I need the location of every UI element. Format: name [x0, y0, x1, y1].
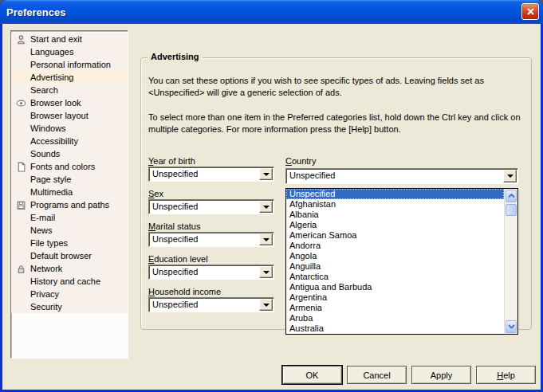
scrollbar-down-button[interactable]: [506, 320, 517, 333]
field-combobox[interactable]: Unspecified: [148, 297, 274, 312]
field-label: Marital status: [148, 221, 274, 232]
country-option[interactable]: Australia: [286, 323, 504, 334]
sidebar-item[interactable]: Advertising: [11, 71, 128, 84]
country-option[interactable]: Algeria: [286, 220, 504, 230]
field-block: Marital status Unspecified: [148, 221, 274, 254]
country-label: Country: [285, 156, 518, 167]
country-option[interactable]: Andorra: [286, 241, 504, 251]
sidebar-item-label: Sounds: [30, 149, 60, 159]
field-block: Sex Unspecified: [148, 189, 274, 221]
sidebar-item[interactable]: File types: [11, 237, 128, 249]
sidebar-item[interactable]: Start and exit: [11, 33, 128, 45]
sidebar-item[interactable]: Fonts and colors: [11, 160, 128, 173]
preferences-dialog: Preferences: [0, 0, 543, 392]
field-combobox[interactable]: Unspecified: [148, 167, 274, 182]
sidebar-item-label: Search: [30, 85, 58, 95]
sidebar-item-label: Security: [30, 302, 62, 312]
sidebar-item[interactable]: Sounds: [11, 147, 128, 160]
field-label: Education level: [148, 254, 274, 265]
sidebar-item[interactable]: Privacy: [11, 288, 128, 300]
chevron-down-icon: [508, 324, 515, 329]
country-list-scrollbar[interactable]: [504, 189, 517, 334]
floppy-icon: [11, 200, 30, 210]
sidebar-item-label: File types: [30, 238, 68, 248]
title-bar[interactable]: Preferences: [0, 0, 543, 24]
sidebar-item-label: Default browser: [30, 251, 92, 261]
sidebar-item[interactable]: Windows: [11, 122, 128, 135]
field-combobox[interactable]: Unspecified: [148, 232, 274, 247]
field-combobox[interactable]: Unspecified: [148, 265, 274, 280]
dialog-button[interactable]: OK: [282, 366, 342, 384]
sidebar-item[interactable]: News: [11, 224, 128, 237]
scrollbar-thumb[interactable]: [506, 204, 517, 216]
window-title: Preferences: [0, 6, 65, 18]
combobox-dropdown-button[interactable]: [259, 201, 273, 213]
combobox-dropdown-button[interactable]: [259, 168, 273, 180]
groupbox-title: Advertising: [148, 52, 203, 61]
dialog-body: Start and exit: [2, 24, 541, 390]
demographic-fields: Year of birth Unspecified Sex Unspecifie…: [148, 156, 274, 319]
country-option[interactable]: American Samoa: [286, 230, 504, 241]
sidebar-item-label: Fonts and colors: [30, 162, 95, 171]
chevron-down-icon: [263, 173, 270, 176]
sidebar-item[interactable]: Languages: [11, 45, 128, 58]
combobox-value: Unspecified: [152, 267, 258, 276]
chevron-down-icon: [263, 206, 270, 209]
lock-icon: [11, 264, 30, 274]
country-option[interactable]: Albania: [286, 210, 504, 220]
combobox-value: Unspecified: [152, 169, 258, 178]
sidebar-item-label: History and cache: [30, 276, 100, 286]
field-label: Sex: [148, 189, 274, 199]
sidebar-item-label: Network: [30, 264, 62, 273]
sidebar-item[interactable]: E-mail: [11, 211, 128, 224]
country-option[interactable]: Afghanistan: [286, 199, 504, 210]
dialog-button[interactable]: Help: [476, 366, 536, 384]
combobox-dropdown-button[interactable]: [259, 233, 273, 245]
combobox-dropdown-button[interactable]: [259, 266, 273, 278]
sidebar-item[interactable]: Multimedia: [11, 186, 128, 198]
sidebar-item[interactable]: Search: [11, 84, 128, 96]
country-combobox-value: Unspecified: [289, 171, 502, 180]
sidebar-item[interactable]: Security: [11, 300, 128, 313]
country-option[interactable]: Angola: [286, 251, 504, 261]
sidebar-item[interactable]: Page style: [11, 173, 128, 186]
close-button[interactable]: [521, 3, 539, 20]
country-option[interactable]: Antarctica: [286, 272, 504, 282]
country-option[interactable]: Argentina: [286, 292, 504, 303]
country-option[interactable]: Armenia: [286, 303, 504, 313]
dialog-button[interactable]: Cancel: [347, 366, 407, 384]
chevron-up-icon: [508, 194, 515, 198]
sidebar-item[interactable]: Programs and paths: [11, 198, 128, 211]
sidebar-item-label: Start and exit: [30, 34, 82, 44]
sidebar-item[interactable]: Personal information: [11, 58, 128, 71]
country-combobox[interactable]: Unspecified: [285, 168, 518, 184]
sidebar-item-label: Windows: [30, 123, 66, 133]
country-option[interactable]: Antigua and Barbuda: [286, 282, 504, 292]
field-label: Year of birth: [148, 156, 274, 167]
combobox-dropdown-button[interactable]: [259, 299, 273, 311]
country-option[interactable]: Unspecified: [286, 189, 504, 199]
field-label: Household income: [148, 287, 274, 297]
scrollbar-up-button[interactable]: [506, 190, 517, 202]
dialog-button[interactable]: Apply: [411, 366, 471, 384]
sidebar-item[interactable]: Browser layout: [11, 109, 128, 122]
country-option[interactable]: Aruba: [286, 313, 504, 323]
sidebar-item[interactable]: Accessibility: [11, 135, 128, 147]
sidebar-item[interactable]: Browser look: [11, 96, 128, 109]
chevron-down-icon: [263, 271, 270, 274]
sidebar-item-label: Privacy: [30, 289, 59, 299]
sidebar-item[interactable]: Default browser: [11, 249, 128, 262]
country-option[interactable]: Anguilla: [286, 261, 504, 272]
field-combobox[interactable]: Unspecified: [148, 199, 274, 214]
field-block: Education level Unspecified: [148, 254, 274, 287]
sidebar-item-label: Browser layout: [30, 111, 89, 120]
chevron-down-icon: [263, 238, 270, 241]
sidebar-item[interactable]: History and cache: [11, 275, 128, 288]
category-list: Start and exit: [10, 30, 128, 359]
sidebar-item[interactable]: Network: [11, 262, 128, 275]
intro-paragraph-1: You can set these options if you wish to…: [148, 75, 529, 99]
country-dropdown-list: UnspecifiedAfghanistanAlbaniaAlgeriaAmer…: [285, 188, 518, 335]
chevron-down-icon: [263, 304, 270, 307]
country-dropdown-button[interactable]: [503, 170, 517, 182]
close-icon: [526, 7, 535, 16]
